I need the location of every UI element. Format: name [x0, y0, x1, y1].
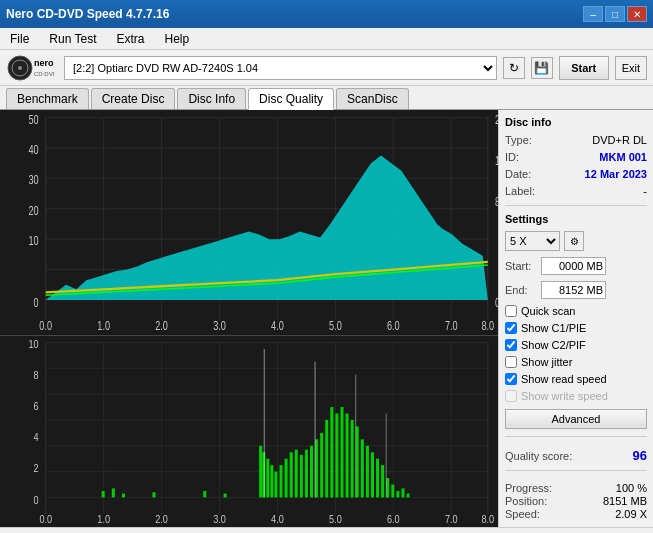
svg-rect-74: [270, 465, 273, 497]
svg-rect-73: [266, 459, 269, 498]
type-label: Type:: [505, 134, 532, 146]
drive-selector[interactable]: [2:2] Optiarc DVD RW AD-7240S 1.04: [64, 56, 497, 80]
progress-section: Progress: 100 % Position: 8151 MB Speed:…: [505, 482, 647, 521]
svg-rect-90: [351, 420, 354, 497]
show-c1pie-checkbox[interactable]: [505, 322, 517, 334]
quick-scan-label: Quick scan: [521, 305, 575, 317]
end-row: End:: [505, 281, 647, 299]
show-read-speed-row: Show read speed: [505, 373, 647, 385]
show-c2pif-checkbox[interactable]: [505, 339, 517, 351]
svg-rect-82: [310, 446, 313, 498]
menu-help[interactable]: Help: [159, 30, 196, 47]
window-controls: – □ ✕: [583, 6, 647, 22]
svg-text:8.0: 8.0: [481, 513, 494, 525]
start-input[interactable]: [541, 257, 606, 275]
svg-text:7.0: 7.0: [445, 513, 458, 525]
svg-text:1.0: 1.0: [97, 317, 110, 332]
label-value: -: [643, 185, 647, 197]
svg-text:5.0: 5.0: [329, 513, 342, 525]
progress-row: Progress: 100 %: [505, 482, 647, 494]
speed-selector[interactable]: 5 X 1 X 2 X 4 X 8 X Max: [505, 231, 560, 251]
svg-text:0: 0: [34, 295, 40, 310]
menu-bar: File Run Test Extra Help: [0, 28, 653, 50]
position-row: Position: 8151 MB: [505, 495, 647, 507]
position-label: Position:: [505, 495, 547, 507]
svg-rect-78: [290, 452, 293, 497]
position-value: 8151 MB: [603, 495, 647, 507]
menu-extra[interactable]: Extra: [110, 30, 150, 47]
svg-rect-77: [285, 459, 288, 498]
speed-row: 5 X 1 X 2 X 4 X 8 X Max ⚙: [505, 231, 647, 251]
tab-disc-info[interactable]: Disc Info: [177, 88, 246, 109]
advanced-button[interactable]: Advanced: [505, 409, 647, 429]
svg-rect-93: [366, 446, 369, 498]
svg-rect-100: [401, 488, 404, 497]
minimize-button[interactable]: –: [583, 6, 603, 22]
progress-value: 100 %: [616, 482, 647, 494]
svg-text:30: 30: [28, 172, 39, 187]
svg-text:24: 24: [495, 111, 498, 126]
svg-rect-86: [330, 407, 333, 497]
show-write-speed-row: Show write speed: [505, 390, 647, 402]
svg-rect-65: [102, 491, 105, 497]
show-read-speed-label: Show read speed: [521, 373, 607, 385]
svg-rect-71: [259, 446, 262, 498]
show-write-speed-checkbox[interactable]: [505, 390, 517, 402]
svg-rect-66: [112, 488, 115, 497]
speed-row-progress: Speed: 2.09 X: [505, 508, 647, 520]
quick-scan-row: Quick scan: [505, 305, 647, 317]
svg-text:1.0: 1.0: [97, 513, 110, 525]
svg-text:4.0: 4.0: [271, 513, 284, 525]
tab-scandisc[interactable]: ScanDisc: [336, 88, 409, 109]
show-write-speed-label: Show write speed: [521, 390, 608, 402]
svg-rect-70: [224, 493, 227, 497]
id-value: MKM 001: [599, 151, 647, 163]
svg-text:4.0: 4.0: [271, 317, 284, 332]
save-icon[interactable]: 💾: [531, 57, 553, 79]
show-c2pif-label: Show C2/PIF: [521, 339, 586, 351]
quick-scan-checkbox[interactable]: [505, 305, 517, 317]
type-row: Type: DVD+R DL: [505, 134, 647, 146]
svg-rect-79: [295, 450, 298, 498]
svg-rect-69: [203, 491, 206, 497]
svg-rect-94: [371, 452, 374, 497]
tab-benchmark[interactable]: Benchmark: [6, 88, 89, 109]
svg-rect-42: [0, 336, 498, 527]
tab-disc-quality[interactable]: Disc Quality: [248, 88, 334, 110]
start-button[interactable]: Start: [559, 56, 609, 80]
show-jitter-row: Show jitter: [505, 356, 647, 368]
date-value: 12 Mar 2023: [585, 168, 647, 180]
label-label: Label:: [505, 185, 535, 197]
svg-rect-67: [122, 493, 125, 497]
maximize-button[interactable]: □: [605, 6, 625, 22]
tabs-bar: Benchmark Create Disc Disc Info Disc Qua…: [0, 86, 653, 110]
svg-text:50: 50: [28, 111, 39, 126]
close-button[interactable]: ✕: [627, 6, 647, 22]
menu-run-test[interactable]: Run Test: [43, 30, 102, 47]
speed-label: Speed:: [505, 508, 540, 520]
refresh-icon[interactable]: ↻: [503, 57, 525, 79]
right-panel: Disc info Type: DVD+R DL ID: MKM 001 Dat…: [498, 110, 653, 527]
end-label: End:: [505, 284, 537, 296]
tab-create-disc[interactable]: Create Disc: [91, 88, 176, 109]
quality-row: Quality score: 96: [505, 448, 647, 463]
svg-text:4: 4: [34, 430, 39, 442]
show-jitter-checkbox[interactable]: [505, 356, 517, 368]
svg-text:CD·DVD SPEED: CD·DVD SPEED: [34, 71, 54, 77]
svg-text:7.0: 7.0: [445, 317, 458, 332]
svg-rect-81: [305, 450, 308, 498]
svg-text:0.0: 0.0: [39, 513, 52, 525]
top-chart-svg: 50 40 30 20 10 0 24 16 8 0: [0, 110, 498, 335]
nero-logo-icon: nero CD·DVD SPEED: [6, 54, 54, 82]
svg-rect-92: [361, 439, 364, 497]
svg-text:40: 40: [28, 141, 39, 156]
date-label: Date:: [505, 168, 531, 180]
svg-rect-88: [340, 407, 343, 497]
svg-text:8: 8: [495, 193, 498, 208]
exit-button[interactable]: Exit: [615, 56, 647, 80]
end-input[interactable]: [541, 281, 606, 299]
settings-icon[interactable]: ⚙: [564, 231, 584, 251]
menu-file[interactable]: File: [4, 30, 35, 47]
show-read-speed-checkbox[interactable]: [505, 373, 517, 385]
disc-info-title: Disc info: [505, 116, 647, 128]
